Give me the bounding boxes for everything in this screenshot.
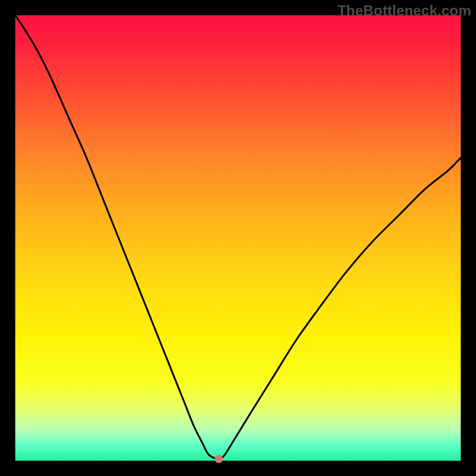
bottleneck-chart (0, 0, 476, 476)
chart-container: TheBottleneck.com (0, 0, 476, 476)
watermark-label: TheBottleneck.com (337, 2, 471, 19)
chart-plot-bg (15, 15, 461, 461)
optimal-point-marker (215, 455, 223, 463)
